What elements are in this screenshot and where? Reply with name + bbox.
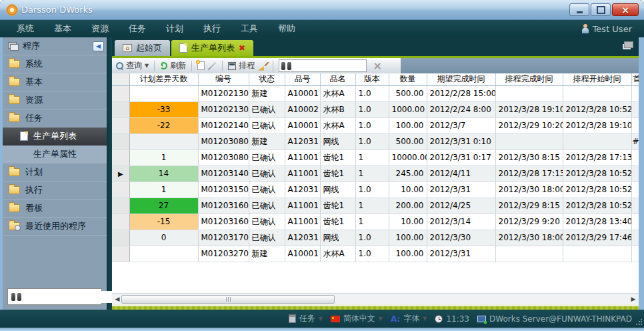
column-header-7[interactable]: 数量: [389, 73, 427, 85]
cell-expected-finish[interactable]: 2012/4/25: [427, 198, 495, 214]
cell-status[interactable]: 已确认: [249, 230, 285, 246]
minimize-button[interactable]: [569, 3, 589, 16]
refresh-button[interactable]: 刷新: [160, 60, 186, 71]
cell-version[interactable]: 1: [355, 166, 389, 182]
cell-item-name[interactable]: 网线: [320, 133, 355, 149]
cell-order-no[interactable]: M012031601: [198, 198, 249, 214]
cell-status[interactable]: 新建: [249, 246, 285, 262]
column-header-3[interactable]: 状态: [249, 73, 285, 85]
status-language-menu[interactable]: 简体中文 ▼: [331, 313, 383, 324]
cell-schedule-start[interactable]: [563, 85, 631, 101]
row-selector[interactable]: [112, 133, 129, 149]
status-task-menu[interactable]: 任务 ▼: [289, 313, 323, 324]
cell-quantity[interactable]: 100.00: [389, 246, 427, 262]
cell-item-no[interactable]: A11001: [285, 166, 320, 182]
cell-expected-finish[interactable]: 2012/2/24 8:00: [427, 101, 495, 117]
cell-schedule-start[interactable]: 2012/3/28 10:52: [563, 166, 631, 182]
schedule-button[interactable]: 排程: [228, 60, 255, 71]
table-row[interactable]: M012021301新建A10001水杯A1.0500.002012/2/28 …: [112, 85, 639, 101]
cell-item-name[interactable]: 齿轮1: [320, 166, 355, 182]
cell-schedule-finish[interactable]: 2012/3/30 8:15: [495, 149, 563, 166]
toolbar-search-input[interactable]: [293, 61, 364, 71]
cell-plan-diff-days[interactable]: [129, 85, 198, 101]
cell-item-no[interactable]: A12031: [285, 182, 320, 198]
cell-item-no[interactable]: A10001: [285, 117, 320, 133]
cell-order-no[interactable]: M012021301: [198, 85, 249, 101]
row-selector[interactable]: ▶: [112, 166, 129, 182]
row-selector[interactable]: [112, 85, 129, 101]
cell-quantity[interactable]: 100.00: [389, 117, 427, 133]
query-dropdown-icon[interactable]: ▼: [145, 63, 149, 69]
cell-status[interactable]: 已确认: [249, 214, 285, 230]
cell-order-no[interactable]: M012032701: [198, 246, 249, 262]
cell-schedule-finish[interactable]: 2012/3/29 8:15: [495, 198, 563, 214]
menu-item-5[interactable]: 计划: [156, 20, 193, 37]
column-header-1[interactable]: 计划差异天数: [129, 73, 198, 85]
table-row[interactable]: -33M012021302已确认A10002水杯B1.01000.002012/…: [112, 101, 639, 117]
table-row[interactable]: 27M012031601已确认A11001齿轮11200.002012/4/25…: [112, 198, 639, 214]
cell-version[interactable]: 1.0: [355, 133, 389, 149]
row-selector[interactable]: [112, 117, 129, 133]
cell-schedule-finish[interactable]: [495, 133, 563, 149]
sidebar-item-7[interactable]: 计划: [3, 163, 107, 182]
cell-item-name[interactable]: 网线: [320, 182, 355, 198]
cell-schedule-finish[interactable]: 2012/3/30 18:00: [495, 230, 563, 246]
table-row[interactable]: 1M012031501已确认A12031网线1.010.002012/3/312…: [112, 182, 639, 198]
cell-clipped-column[interactable]: #: [631, 133, 639, 149]
cell-quantity[interactable]: 500.00: [389, 133, 427, 149]
cell-item-no[interactable]: A11001: [285, 149, 320, 166]
sidebar-item-1[interactable]: 系统: [3, 55, 107, 73]
cell-status[interactable]: 新建: [249, 133, 285, 149]
cell-schedule-finish[interactable]: [495, 246, 563, 262]
sidebar-item-10[interactable]: 最近使用的程序: [3, 218, 107, 236]
cell-clipped-column[interactable]: [631, 166, 639, 182]
cell-expected-finish[interactable]: 2012/2/28 15:00: [427, 85, 495, 101]
cell-status[interactable]: 新建: [249, 85, 285, 101]
row-selector[interactable]: [112, 198, 129, 214]
cell-version[interactable]: 1.0: [355, 246, 389, 262]
menu-item-6[interactable]: 执行: [193, 20, 231, 37]
cell-clipped-column[interactable]: [631, 117, 639, 133]
sidebar-item-6[interactable]: 生产单属性: [3, 145, 107, 163]
table-row[interactable]: 0M012031701已确认A12031网线1.0100.002012/3/30…: [112, 230, 639, 246]
column-header-4[interactable]: 品号: [285, 73, 320, 85]
toolbar-search-clear-button[interactable]: ×: [370, 61, 385, 71]
cell-status[interactable]: 已确认: [249, 149, 285, 166]
edit-button[interactable]: [208, 61, 217, 70]
table-row[interactable]: 1M012030802已确认A11001齿轮1110000.002012/3/3…: [112, 149, 639, 166]
menu-item-3[interactable]: 资源: [81, 20, 119, 37]
cell-item-name[interactable]: 齿轮1: [320, 214, 355, 230]
cell-expected-finish[interactable]: 2012/3/31 0:17: [427, 149, 495, 166]
cell-version[interactable]: 1: [355, 198, 389, 214]
menu-item-7[interactable]: 工具: [231, 20, 268, 37]
clean-button[interactable]: [258, 61, 267, 71]
cell-order-no[interactable]: M012031602: [198, 214, 249, 230]
cell-order-no[interactable]: M012021302: [198, 101, 249, 117]
sidebar-item-4[interactable]: 任务: [3, 109, 107, 127]
cell-schedule-start[interactable]: 2012/3/28 10:52: [563, 182, 631, 198]
cell-item-name[interactable]: 水杯A: [320, 85, 355, 101]
user-widget[interactable]: Test User: [581, 24, 637, 34]
cell-item-no[interactable]: A12031: [285, 133, 320, 149]
status-font-menu[interactable]: A: 字体 ▼: [391, 313, 427, 324]
cell-item-name[interactable]: 水杯A: [320, 117, 355, 133]
cell-order-no[interactable]: M012031402: [198, 166, 249, 182]
cell-item-no[interactable]: A10001: [285, 85, 320, 101]
cell-order-no[interactable]: M012031701: [198, 230, 249, 246]
table-row[interactable]: -22M012021401已确认A10001水杯A1.0100.002012/3…: [112, 117, 639, 133]
cell-status[interactable]: 已确认: [249, 101, 285, 117]
cell-expected-finish[interactable]: 2012/3/31: [427, 182, 495, 198]
menu-item-1[interactable]: 系统: [7, 20, 44, 37]
column-header-6[interactable]: 版本: [355, 73, 389, 85]
cell-item-name[interactable]: 水杯A: [320, 246, 355, 262]
row-selector[interactable]: [112, 214, 129, 230]
menu-item-4[interactable]: 任务: [119, 20, 156, 37]
maximize-button[interactable]: [591, 3, 611, 16]
sidebar-collapse-button[interactable]: ◀: [93, 41, 104, 51]
sidebar-item-5[interactable]: 生产单列表: [3, 127, 107, 145]
cell-item-name[interactable]: 齿轮1: [320, 149, 355, 166]
cell-plan-diff-days[interactable]: 1: [129, 182, 198, 198]
cell-quantity[interactable]: 10.00: [389, 182, 427, 198]
cell-clipped-column[interactable]: [631, 149, 639, 166]
cell-expected-finish[interactable]: 2012/3/14: [427, 214, 495, 230]
